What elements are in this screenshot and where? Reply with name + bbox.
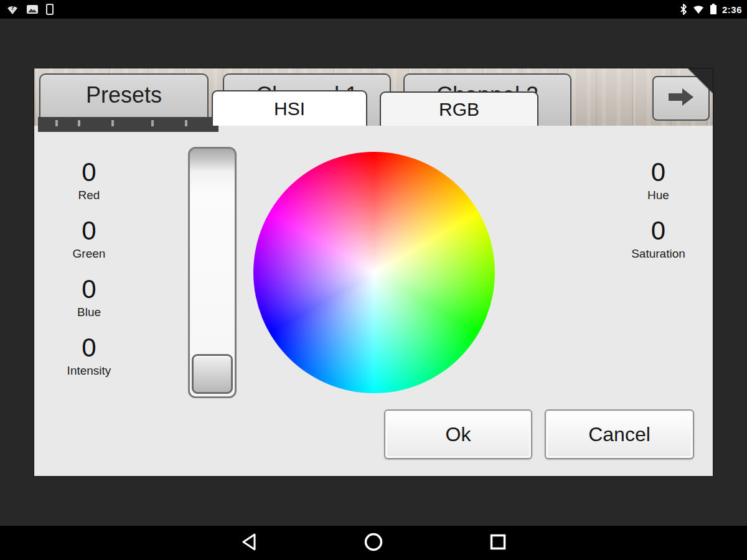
hsi-values-column: 0 Hue 0 Saturation: [613, 158, 703, 275]
value-saturation: 0 Saturation: [631, 217, 685, 263]
recents-icon: [489, 533, 507, 553]
value-red: 0 Red: [78, 158, 100, 204]
value-hue: 0 Hue: [647, 158, 669, 204]
back-icon: [241, 533, 257, 553]
bluetooth-icon: [680, 4, 687, 15]
obscured-content-strip: [38, 117, 218, 132]
android-nav-bar: [0, 526, 747, 560]
ok-button[interactable]: Ok: [384, 409, 532, 459]
intensity-value: 0: [67, 334, 111, 362]
intensity-label: Intensity: [67, 362, 111, 380]
intensity-slider[interactable]: [188, 147, 237, 398]
text-fragment: [151, 120, 154, 126]
cancel-button[interactable]: Cancel: [545, 409, 694, 459]
question-mark: ?: [11, 4, 14, 11]
value-green: 0 Green: [73, 217, 106, 263]
hsi-color-wheel[interactable]: [253, 152, 495, 393]
network-question-icon: ?: [6, 4, 19, 15]
wifi-icon: [692, 4, 705, 14]
green-value: 0: [73, 217, 106, 245]
intensity-slider-handle[interactable]: [192, 354, 233, 394]
saturation-label: Saturation: [631, 245, 685, 263]
clock: 2:36: [722, 4, 742, 15]
red-value: 0: [78, 158, 100, 187]
text-fragment: [111, 120, 114, 126]
tab-rgb[interactable]: RGB: [380, 91, 538, 126]
blue-label: Blue: [77, 304, 101, 321]
battery-icon: [710, 4, 717, 15]
green-label: Green: [73, 245, 106, 263]
text-fragment: [55, 120, 58, 126]
rgb-values-column: 0 Red 0 Green 0 Blue 0 Intensity: [45, 158, 133, 392]
image-icon: [26, 4, 39, 14]
hue-label: Hue: [647, 187, 669, 204]
status-bar-left: ?: [0, 4, 54, 15]
status-bar-right: 2:36: [680, 4, 747, 15]
back-button[interactable]: [237, 531, 261, 556]
corner-cut-decoration: [688, 68, 713, 93]
status-bar: ? 2:36: [0, 0, 747, 19]
saturation-value: 0: [631, 217, 685, 245]
value-intensity: 0 Intensity: [67, 334, 111, 380]
text-fragment: [78, 120, 80, 126]
home-icon: [364, 532, 383, 554]
hue-value: 0: [647, 158, 669, 187]
recents-button[interactable]: [486, 531, 510, 556]
device-icon: [46, 4, 54, 15]
blue-value: 0: [77, 275, 101, 304]
fixture-color-dialog: Presets Channel 1 Channel 2 HSI RGB 0 Re…: [34, 68, 713, 476]
tab-hsi[interactable]: HSI: [212, 90, 367, 126]
value-blue: 0 Blue: [77, 275, 101, 321]
text-fragment: [185, 120, 187, 126]
home-button[interactable]: [361, 531, 386, 556]
red-label: Red: [78, 187, 100, 204]
